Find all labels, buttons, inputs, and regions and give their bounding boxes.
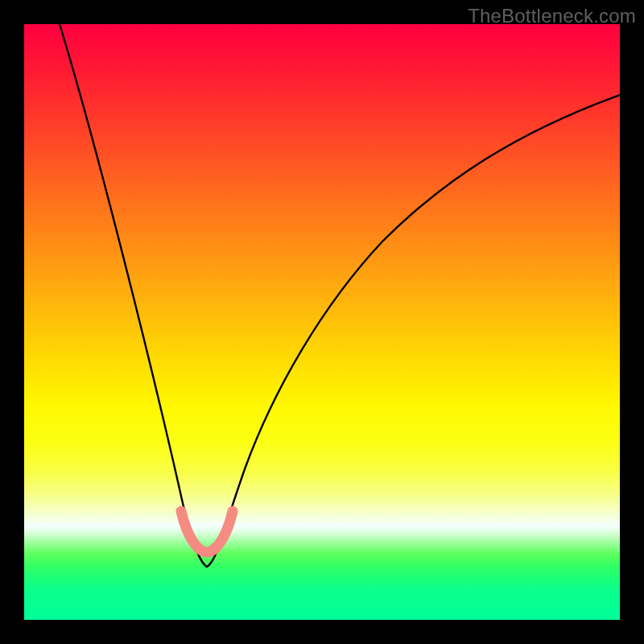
curve-main-path <box>60 24 620 567</box>
watermark-text: TheBottleneck.com <box>468 5 636 27</box>
chart-frame: TheBottleneck.com <box>0 0 644 644</box>
curve-marker-path <box>181 511 233 552</box>
plot-area <box>24 24 620 620</box>
bottleneck-curve <box>24 24 620 620</box>
